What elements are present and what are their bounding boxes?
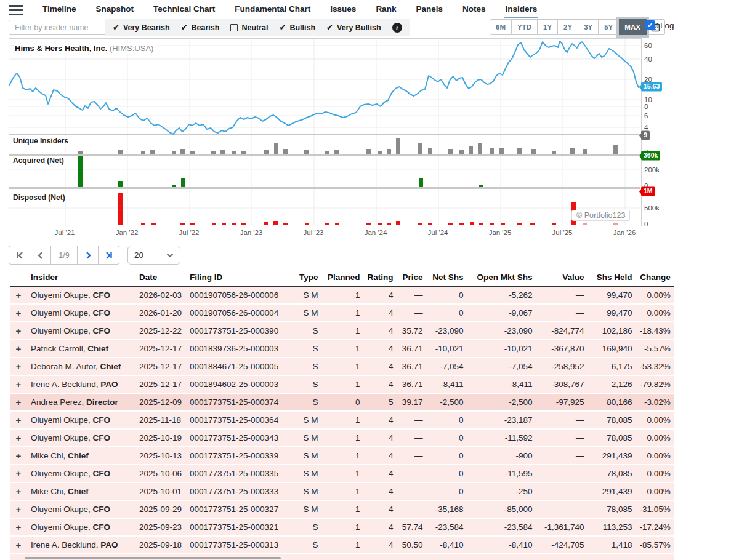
- expand-row-button[interactable]: +: [16, 486, 22, 497]
- cell-rating: 4: [364, 465, 397, 482]
- cell-net: 0: [427, 411, 467, 429]
- column-header-planned[interactable]: Planned: [322, 271, 364, 286]
- column-header-type[interactable]: Type: [296, 271, 322, 286]
- expand-row-button[interactable]: +: [16, 379, 22, 390]
- page-size-value: 20: [134, 250, 143, 260]
- range-max-button[interactable]: MAX: [619, 19, 647, 35]
- cell-planned: 1: [322, 447, 364, 465]
- expand-row-button[interactable]: +: [16, 326, 22, 336]
- cell-price: 35.72: [397, 322, 427, 340]
- next-page-button[interactable]: [78, 246, 99, 265]
- range-6m-button[interactable]: 6M: [490, 19, 512, 35]
- cell-expand: +: [10, 286, 27, 304]
- column-header-insider[interactable]: Insider: [27, 271, 135, 286]
- insiders-page: TimelineSnapshotTechnical ChartFundament…: [0, 0, 747, 560]
- cell-planned: 1: [322, 465, 364, 482]
- cell-value: —: [536, 447, 588, 465]
- sentiment-bearish[interactable]: ✔Bearish: [181, 23, 220, 32]
- cell-held: 99,470: [588, 286, 636, 304]
- column-header-open[interactable]: Open Mkt Shs: [467, 271, 536, 286]
- range-5y-button[interactable]: 5Y: [599, 19, 619, 35]
- cell-type: S: [296, 340, 322, 358]
- cell-held: 102,186: [588, 322, 636, 340]
- expand-row-button[interactable]: +: [16, 343, 22, 354]
- insider-filter-input[interactable]: [9, 20, 108, 35]
- column-header-rating[interactable]: Rating: [364, 271, 397, 286]
- column-header-filing[interactable]: Filing ID: [186, 271, 296, 286]
- cell-planned: 1: [322, 375, 364, 393]
- expand-row-button[interactable]: +: [16, 522, 22, 532]
- cell-net: -8,411: [427, 375, 467, 393]
- checked-checkbox-icon: ✔: [280, 23, 286, 31]
- cell-net: -8,410: [427, 536, 467, 554]
- first-page-icon: [15, 251, 24, 260]
- tab-fundamental-chart[interactable]: Fundamental Chart: [234, 0, 311, 18]
- expand-row-button[interactable]: +: [16, 290, 22, 300]
- log-scale-toggle[interactable]: ✓ Log: [645, 20, 674, 30]
- info-icon[interactable]: i: [392, 23, 402, 33]
- cell-change: 0.00%: [636, 482, 674, 500]
- cell-price: —: [397, 304, 427, 322]
- cell-value: -1,361,740: [536, 518, 588, 536]
- tab-snapshot[interactable]: Snapshot: [95, 0, 135, 18]
- expand-row-button[interactable]: +: [16, 450, 22, 461]
- tab-rank[interactable]: Rank: [375, 0, 397, 18]
- cell-insider: Oluyemi Okupe, CFO: [27, 465, 135, 482]
- expand-row-button[interactable]: +: [16, 415, 22, 425]
- last-page-button[interactable]: [99, 246, 119, 265]
- column-header-price[interactable]: Price: [397, 271, 427, 286]
- range-ytd-button[interactable]: YTD: [512, 19, 538, 35]
- insider-chart[interactable]: [9, 38, 642, 226]
- column-header-change[interactable]: Change: [636, 271, 674, 286]
- expand-row-button[interactable]: +: [16, 397, 22, 407]
- cell-held: 1,418: [588, 536, 636, 554]
- cell-price: 57.74: [397, 518, 427, 536]
- cell-held: 80,166: [588, 393, 636, 411]
- column-header-date[interactable]: Date: [135, 271, 186, 286]
- cell-net: 0: [427, 482, 467, 500]
- column-header-held[interactable]: Shs Held: [588, 271, 636, 286]
- hamburger-menu-icon[interactable]: [9, 5, 23, 15]
- cell-value: —: [536, 500, 588, 518]
- first-page-button[interactable]: [9, 246, 30, 265]
- expand-row-button[interactable]: +: [16, 558, 22, 560]
- cell-open: -11,595: [467, 465, 536, 482]
- sentiment-very-bearish[interactable]: ✔Very Bearish: [113, 23, 170, 32]
- cell-filing: 0001773751-25-000333: [186, 482, 296, 500]
- tab-notes[interactable]: Notes: [462, 0, 487, 18]
- table-row: +Mike Chi, Chief2025-10-010001773751-25-…: [10, 482, 674, 500]
- sentiment-very-bullish[interactable]: ✔Very Bullish: [326, 23, 381, 32]
- cell-planned: 0: [322, 393, 364, 411]
- tab-timeline[interactable]: Timeline: [42, 0, 77, 18]
- expand-row-button[interactable]: +: [16, 433, 22, 443]
- range-1y-button[interactable]: 1Y: [538, 19, 558, 35]
- cell-value: -258,952: [536, 358, 588, 375]
- tab-technical-chart[interactable]: Technical Chart: [153, 0, 216, 18]
- tab-issues[interactable]: Issues: [329, 0, 357, 18]
- log-checkbox[interactable]: ✓: [645, 20, 655, 30]
- tab-insiders[interactable]: Insiders: [504, 0, 538, 18]
- sentiment-neutral[interactable]: Neutral: [230, 23, 268, 32]
- cell-expand: +: [10, 375, 27, 393]
- expand-row-button[interactable]: +: [16, 540, 22, 550]
- cell-date: 2025-09-18: [135, 536, 186, 554]
- expand-row-button[interactable]: +: [16, 504, 22, 514]
- cell-type: S M: [296, 304, 322, 322]
- table-body: +Oluyemi Okupe, CFO2026-02-030001907056-…: [10, 286, 674, 560]
- column-header-net[interactable]: Net Shs: [427, 271, 467, 286]
- sentiment-bullish[interactable]: ✔Bullish: [280, 23, 316, 32]
- prev-page-button[interactable]: [30, 246, 51, 265]
- axis-tick: 40: [644, 55, 652, 63]
- range-2y-button[interactable]: 2Y: [558, 19, 578, 35]
- cell-insider: Irene A. Becklund, PAO: [27, 536, 135, 554]
- tab-panels[interactable]: Panels: [415, 0, 443, 18]
- cell-rating: 4: [364, 429, 397, 447]
- expand-row-button[interactable]: +: [16, 361, 22, 372]
- column-header-value[interactable]: Value: [536, 271, 588, 286]
- range-3y-button[interactable]: 3Y: [578, 19, 599, 35]
- horizontal-scrollbar-thumb[interactable]: [25, 557, 281, 559]
- expand-row-button[interactable]: +: [16, 468, 22, 479]
- cell-filing: 0001773751-25-000335: [186, 465, 296, 482]
- expand-row-button[interactable]: +: [16, 308, 22, 318]
- page-size-select[interactable]: 20: [127, 246, 180, 265]
